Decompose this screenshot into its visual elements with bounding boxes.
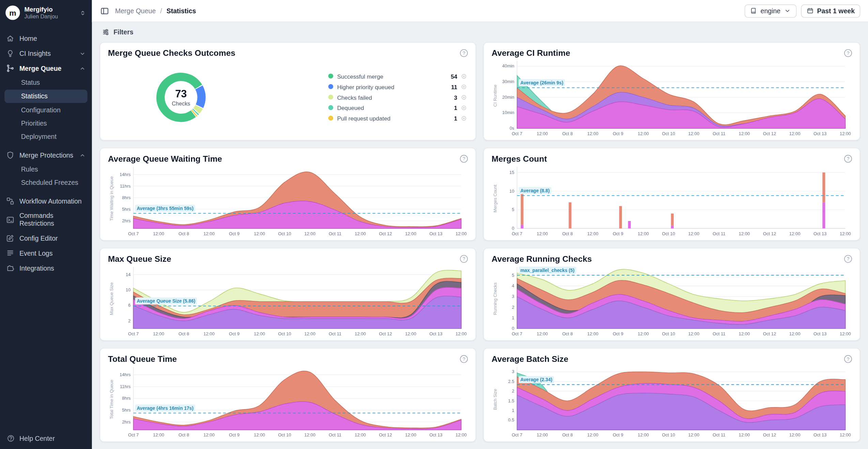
svg-text:2.5: 2.5	[508, 379, 514, 384]
legend-value: 11	[451, 83, 457, 90]
sidebar-item-workflow-automation[interactable]: Workflow Automation	[0, 194, 92, 209]
svg-text:Oct 9: Oct 9	[229, 432, 239, 437]
average-batch-size-chart[interactable]: 0.511.522.53Oct 712:00Oct 812:00Oct 912:…	[492, 364, 852, 438]
svg-text:12:00: 12:00	[587, 231, 599, 236]
legend-item[interactable]: Pull request updated 1	[328, 113, 467, 124]
legend-item[interactable]: Successful merge 54	[328, 71, 467, 81]
sidebar-item-integrations[interactable]: Integrations	[0, 260, 92, 275]
sidebar-item-merge-queue[interactable]: Merge Queue	[0, 61, 92, 76]
svg-text:5hrs: 5hrs	[122, 207, 131, 212]
svg-text:Oct 7: Oct 7	[512, 331, 522, 336]
help-icon[interactable]: ?	[844, 155, 852, 163]
org-name: Mergifyio	[25, 6, 58, 13]
svg-text:3: 3	[512, 294, 514, 299]
help-icon[interactable]: ?	[460, 155, 468, 163]
svg-text:Time Waiting in Queue: Time Waiting in Queue	[109, 176, 114, 221]
svg-text:0.5: 0.5	[508, 417, 514, 422]
sidebar-item-label: Home	[19, 35, 37, 43]
sidebar-item-label: Priorities	[21, 119, 47, 127]
help-center-link[interactable]: Help Center	[0, 428, 92, 449]
legend-item[interactable]: Higher priority queued 11	[328, 81, 467, 92]
sidebar-item-deployment[interactable]: Deployment	[0, 130, 92, 143]
sidebar-item-commands-restrictions[interactable]: Commands Restrictions	[0, 209, 92, 231]
sidebar-item-priorities[interactable]: Priorities	[0, 117, 92, 130]
checks-outcomes-donut[interactable]: 73 Checks	[154, 70, 207, 124]
legend-dot	[328, 84, 334, 89]
svg-text:12:00: 12:00	[638, 331, 649, 336]
sidebar-item-label: Config Editor	[19, 234, 58, 242]
average-queue-waiting-time-chart[interactable]: 2hrs5hrs8hrs11hrs14hrsOct 712:00Oct 812:…	[108, 163, 468, 237]
date-range-button[interactable]: Past 1 week	[801, 4, 860, 17]
total-queue-time-chart[interactable]: 2hrs5hrs8hrs11hrs14hrsOct 712:00Oct 812:…	[108, 364, 468, 438]
svg-text:Batch Size: Batch Size	[493, 389, 498, 410]
sidebar-item-merge-protections[interactable]: Merge Protections	[0, 148, 92, 163]
card-title: Merge Queue Checks Outcomes	[108, 48, 235, 58]
filters-button[interactable]: Filters	[100, 26, 136, 38]
card-title: Max Queue Size	[108, 254, 171, 263]
svg-text:12:00: 12:00	[153, 331, 164, 336]
svg-text:5: 5	[512, 207, 514, 212]
svg-text:12:00: 12:00	[304, 432, 315, 437]
sidebar-item-statistics[interactable]: Statistics	[4, 90, 88, 103]
sidebar-nav: Home CI Insights Merge Queue Status Stat…	[0, 31, 92, 275]
help-icon[interactable]: ?	[844, 255, 852, 263]
terminal-icon	[6, 215, 14, 224]
help-icon[interactable]: ?	[844, 355, 852, 363]
sidebar-item-status[interactable]: Status	[0, 76, 92, 89]
svg-text:Oct 10: Oct 10	[662, 131, 675, 136]
svg-text:Oct 11: Oct 11	[329, 231, 341, 236]
max-queue-size-chart[interactable]: 261014Oct 712:00Oct 812:00Oct 912:00Oct …	[108, 263, 468, 337]
sidebar-toggle-button[interactable]	[100, 6, 110, 16]
svg-text:Running Checks: Running Checks	[493, 282, 498, 315]
sidebar-item-label: Merge Protections	[19, 151, 73, 159]
svg-text:Max Queue Size: Max Queue Size	[109, 282, 114, 315]
average-running-checks-chart[interactable]: 012345Oct 712:00Oct 812:00Oct 912:00Oct …	[492, 263, 852, 337]
org-switcher[interactable]: m Mergifyio Julien Danjou	[0, 0, 92, 25]
chevron-up-icon	[79, 65, 86, 72]
svg-text:Oct 13: Oct 13	[429, 231, 442, 236]
sidebar-item-ci-insights[interactable]: CI Insights	[0, 46, 92, 61]
svg-text:1: 1	[512, 408, 514, 413]
svg-text:Oct 12: Oct 12	[763, 131, 776, 136]
sidebar-item-config-editor[interactable]: Config Editor	[0, 231, 92, 246]
card-title: Average Queue Waiting Time	[108, 154, 222, 163]
svg-text:12:00: 12:00	[739, 432, 750, 437]
svg-text:12:00: 12:00	[405, 432, 416, 437]
help-icon[interactable]: ?	[460, 255, 468, 263]
legend-item[interactable]: Dequeued 1	[328, 102, 467, 113]
help-icon[interactable]: ?	[460, 49, 468, 57]
breadcrumb-merge-queue[interactable]: Merge Queue	[115, 7, 156, 15]
legend-toggle-icon[interactable]	[461, 94, 467, 100]
merges-count-chart[interactable]: 051015Oct 712:00Oct 812:00Oct 912:00Oct …	[492, 163, 852, 237]
outcomes-body: 73 Checks Successful merge 54	[108, 58, 468, 137]
sidebar-item-rules[interactable]: Rules	[0, 163, 92, 176]
sidebar-item-event-logs[interactable]: Event Logs	[0, 246, 92, 261]
svg-text:12:00: 12:00	[537, 131, 548, 136]
legend-toggle-icon[interactable]	[461, 105, 467, 110]
svg-text:10: 10	[509, 189, 514, 194]
svg-text:Oct 10: Oct 10	[278, 231, 291, 236]
help-icon[interactable]: ?	[460, 355, 468, 363]
sidebar-item-scheduled-freezes[interactable]: Scheduled Freezes	[0, 176, 92, 189]
help-icon[interactable]: ?	[844, 49, 852, 57]
svg-text:2: 2	[128, 318, 130, 323]
legend-item[interactable]: Checks failed 3	[328, 92, 467, 102]
svg-text:12:00: 12:00	[254, 331, 265, 336]
svg-text:Oct 9: Oct 9	[613, 231, 623, 236]
legend-toggle-icon[interactable]	[461, 115, 467, 121]
svg-text:Oct 7: Oct 7	[512, 231, 522, 236]
svg-text:Oct 12: Oct 12	[379, 331, 392, 336]
sidebar-item-home[interactable]: Home	[0, 31, 92, 46]
legend-toggle-icon[interactable]	[461, 84, 467, 89]
card-average-ci-runtime: Average CI Runtime ? 0s10min20min30min40…	[483, 42, 861, 141]
svg-text:Oct 13: Oct 13	[813, 331, 826, 336]
svg-text:Oct 12: Oct 12	[763, 331, 776, 336]
repository-select[interactable]: engine	[744, 4, 796, 17]
svg-text:Oct 10: Oct 10	[662, 331, 675, 336]
sidebar-item-configuration[interactable]: Configuration	[0, 103, 92, 117]
average-ci-runtime-chart[interactable]: 0s10min20min30min40minOct 712:00Oct 812:…	[492, 58, 852, 137]
svg-text:0s: 0s	[510, 126, 514, 131]
legend-toggle-icon[interactable]	[461, 73, 467, 79]
logo-letter: m	[9, 8, 16, 17]
svg-text:3: 3	[512, 369, 514, 374]
